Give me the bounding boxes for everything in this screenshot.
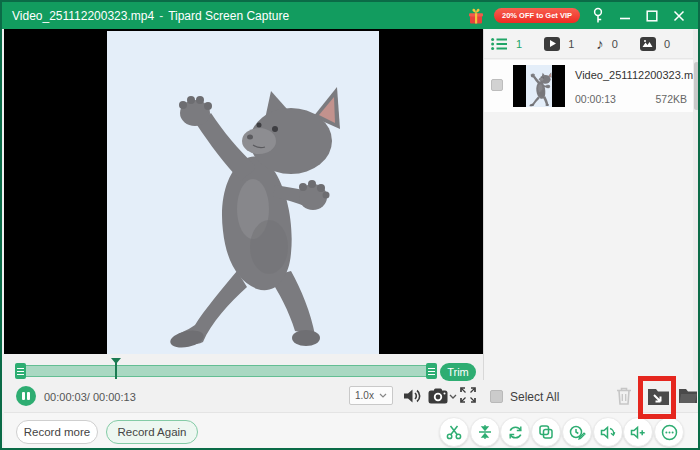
cut-button[interactable] (439, 417, 469, 447)
open-folder-icon[interactable] (678, 387, 698, 404)
window-title-separator: - (159, 9, 163, 23)
trim-handle-left[interactable] (15, 363, 26, 379)
key-icon[interactable] (589, 7, 607, 25)
tab-count: 0 (664, 38, 670, 50)
playhead-line[interactable] (115, 360, 117, 379)
fullscreen-icon[interactable] (460, 387, 476, 403)
time-display: 00:00:03/ 00:00:13 (44, 391, 136, 403)
music-note-icon: ♪ (596, 36, 604, 51)
promo-badge[interactable]: 20% OFF to Get VIP (494, 8, 580, 23)
chevron-down-icon (379, 393, 387, 398)
sidebar-scrollbar[interactable] (693, 29, 700, 380)
tab-videos[interactable]: 1 (544, 37, 574, 51)
minimize-icon[interactable] (616, 7, 634, 25)
item-thumbnail (513, 65, 565, 107)
item-checkbox[interactable] (491, 79, 503, 91)
dancing-cat-image (107, 31, 379, 353)
scissors-icon (446, 424, 462, 440)
media-list-item[interactable]: Video_251112200323.mp4 00:00:13 572KB (484, 60, 694, 112)
audio-sync-button[interactable] (593, 417, 623, 447)
window-title-file: Video_251112200323.mp4 (12, 9, 154, 23)
merge-icon (538, 424, 554, 440)
title-bar: Video_251112200323.mp4 - Tipard Screen C… (2, 2, 698, 29)
app-window: Video_251112200323.mp4 - Tipard Screen C… (0, 0, 700, 450)
window-title-app: Tipard Screen Capture (168, 9, 289, 23)
item-filename: Video_251112200323.mp4 (575, 69, 700, 81)
tab-count: 0 (612, 38, 618, 50)
export-folder-icon[interactable] (647, 386, 670, 407)
trim-button[interactable]: Trim (440, 363, 476, 381)
pause-button[interactable] (16, 386, 36, 406)
tab-images[interactable]: 0 (640, 37, 670, 51)
camera-chevron-down-icon[interactable] (449, 394, 457, 399)
volume-booster-button[interactable] (623, 417, 653, 447)
record-more-button[interactable]: Record more (16, 420, 98, 444)
image-icon (640, 37, 656, 51)
video-stage (4, 29, 483, 354)
media-tabs: 1 1 ♪ 0 0 (484, 29, 700, 59)
split-button[interactable] (470, 417, 500, 447)
more-icon (661, 424, 678, 441)
record-again-button[interactable]: Record Again (106, 420, 198, 444)
tab-all-list[interactable]: 1 (491, 37, 522, 51)
select-all-label: Select All (510, 390, 559, 404)
item-filesize: 572KB (575, 93, 687, 105)
list-icon (491, 37, 508, 51)
maximize-icon[interactable] (643, 7, 661, 25)
trim-handle-right[interactable] (426, 363, 437, 379)
camera-icon[interactable] (428, 388, 448, 404)
gift-icon[interactable] (467, 7, 485, 25)
video-icon (544, 37, 560, 51)
tab-audio[interactable]: ♪ 0 (596, 36, 618, 51)
edit-button[interactable] (562, 417, 592, 447)
tab-count: 1 (516, 38, 522, 50)
trash-icon[interactable] (615, 386, 633, 406)
merge-button[interactable] (531, 417, 561, 447)
pause-icon (22, 392, 25, 400)
clock-edit-icon (569, 424, 586, 441)
scrollbar-thumb[interactable] (694, 62, 699, 110)
more-button[interactable] (654, 417, 684, 447)
speaker-icon[interactable] (403, 387, 422, 405)
select-all-checkbox[interactable] (490, 390, 503, 403)
speed-select[interactable]: 1.0x (349, 386, 393, 405)
speed-value: 1.0x (355, 390, 374, 401)
split-icon (477, 424, 493, 440)
convert-button[interactable] (500, 417, 530, 447)
tab-count: 1 (568, 38, 574, 50)
rotate-icon (507, 424, 524, 441)
video-preview[interactable] (107, 31, 379, 354)
trim-slider-track[interactable] (16, 365, 434, 377)
thumbnail-cat-image (526, 65, 552, 107)
close-icon[interactable] (670, 7, 688, 25)
speaker-rotate-icon (600, 424, 617, 441)
volume-plus-icon (630, 424, 647, 441)
media-sidebar: 1 1 ♪ 0 0 (483, 29, 700, 380)
